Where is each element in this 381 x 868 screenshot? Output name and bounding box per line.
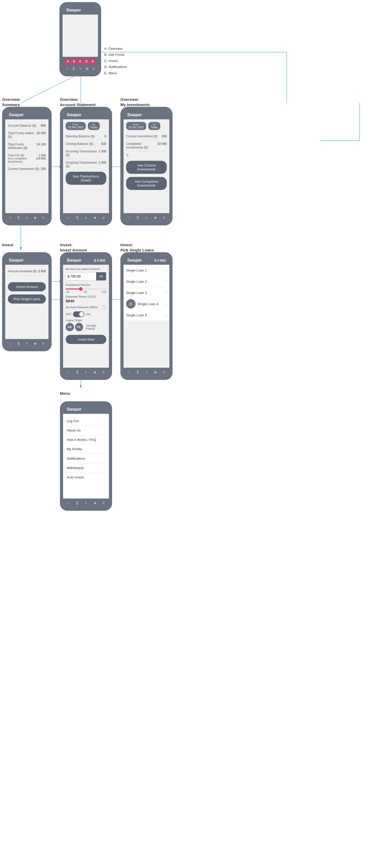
- nav-icon-1[interactable]: ○: [125, 216, 133, 220]
- nav-desc-b: B. Add Funds: [104, 52, 127, 58]
- invest-all-btn[interactable]: All: [96, 272, 106, 280]
- overview-investments-phone: Swaper From: 01 Dec 2016 To: Today Curre…: [120, 107, 172, 225]
- slider-track[interactable]: [66, 288, 106, 289]
- loan-row-1[interactable]: Single Loan 1 ›: [124, 265, 169, 276]
- invest-input-field[interactable]: [66, 273, 96, 280]
- loan-row-4[interactable]: Single Loan 4 ›: [137, 298, 167, 309]
- nav-icon-4[interactable]: ★: [91, 501, 98, 505]
- overview-summary-header: Swaper: [5, 110, 49, 119]
- menu-header: Swaper: [63, 404, 109, 414]
- nav-icon-1[interactable]: ○: [7, 216, 14, 220]
- menu-nav: ○ $ + ★ ≡: [63, 498, 109, 507]
- filter-icon[interactable]: ⊟: [126, 299, 135, 309]
- loan-row-5[interactable]: Single Loan 5 ›: [124, 310, 169, 321]
- nav-icon-1[interactable]: ○: [7, 341, 14, 346]
- menu-item-logout[interactable]: Log Out: [66, 416, 106, 426]
- nav-icon-4[interactable]: ★: [91, 370, 98, 375]
- nav-icon-1[interactable]: ○: [65, 501, 72, 505]
- nav-icon-5[interactable]: ≡: [40, 341, 47, 346]
- amount-available-row: Amount Available ($): 3 900: [8, 267, 46, 275]
- nav-icon-4[interactable]: ★: [152, 215, 159, 220]
- nav-icon-3[interactable]: +: [23, 341, 31, 346]
- nav-icon-2[interactable]: $: [15, 216, 22, 220]
- pick-loans-balance: $ 3 900: [155, 258, 166, 262]
- slider-labels: 1M 6M 36M: [66, 290, 106, 293]
- geo-text: Georgia, Poland: [86, 324, 106, 330]
- to-pill[interactable]: To: Today: [88, 122, 100, 130]
- nav-icon-5[interactable]: ≡: [100, 501, 107, 505]
- nav-icon-4[interactable]: ★: [32, 215, 39, 220]
- geo-row: GE PL Georgia, Poland: [66, 323, 106, 331]
- nav-icon-2[interactable]: $: [134, 216, 141, 220]
- nav-desc-a: A. Overview: [104, 45, 127, 52]
- overview-account-label: Overview: Account Statement: [60, 97, 96, 107]
- nav-notifications-icon[interactable]: ★: [84, 66, 90, 71]
- nav-icon-3[interactable]: +: [82, 216, 90, 220]
- nav-icon-3[interactable]: +: [143, 370, 150, 375]
- pick-loans-label: Invest: Pick Single Loans: [120, 242, 154, 252]
- investments-date-pills: From: 01 Dec 2016 To: Today: [126, 122, 167, 130]
- geo-ge-btn[interactable]: GE: [66, 323, 74, 331]
- return-label: Expected Return (12%):: [66, 295, 106, 298]
- menu-item-autoinvest[interactable]: Auto Invest: [66, 473, 106, 482]
- nav-icon-3[interactable]: +: [82, 370, 90, 375]
- inv-from-pill[interactable]: From: 01 Dec 2016: [126, 122, 146, 130]
- from-pill[interactable]: From: 01 Dec 2016: [66, 122, 86, 130]
- nav-addfunds-icon[interactable]: $: [70, 66, 77, 71]
- menu-item-withdrawal[interactable]: Withdrawal: [66, 463, 106, 473]
- nav-icon-1[interactable]: ○: [65, 370, 72, 375]
- nav-invest-icon[interactable]: +: [77, 66, 84, 71]
- menu-item-profile[interactable]: My Profile: [66, 444, 106, 454]
- nav-icon-4[interactable]: ★: [32, 341, 39, 346]
- toggle-off-label: OFF: [66, 313, 71, 316]
- nav-icon-3[interactable]: +: [82, 501, 90, 505]
- top-phone-nav: ○ $ + ★ ≡: [63, 64, 98, 73]
- invest-amount-btn[interactable]: Invest Amount: [8, 282, 46, 291]
- menu-item-about[interactable]: About Us: [66, 426, 106, 435]
- nav-icon-2[interactable]: $: [73, 501, 81, 505]
- menu-item-notifications[interactable]: Notifications: [66, 454, 106, 463]
- see-current-btn[interactable]: See Current Investments: [126, 161, 167, 174]
- invest-now-btn[interactable]: Invest Now: [66, 335, 106, 344]
- nav-icon-5[interactable]: ≡: [160, 216, 167, 220]
- nav-icon-3[interactable]: +: [23, 216, 31, 220]
- overview-investments-nav: ○ $ + ★ ≡: [124, 213, 169, 222]
- pick-single-loans-btn[interactable]: Pick Single Loans: [8, 294, 46, 304]
- menu-phone: Swaper Log Out About Us How it Works / F…: [60, 401, 112, 511]
- nav-icon-5[interactable]: ≡: [100, 216, 107, 220]
- nav-overview-icon[interactable]: ○: [64, 66, 70, 71]
- see-transactions-btn[interactable]: See Transactions Details: [66, 172, 106, 185]
- nav-icon-2[interactable]: $: [73, 216, 81, 220]
- return-value: $840: [66, 299, 106, 303]
- nav-icon-2[interactable]: $: [73, 370, 81, 375]
- current-investment-row: Current Investment ($): 200: [8, 165, 46, 173]
- nav-desc-e: E. Menu: [104, 70, 127, 76]
- nav-icon-1[interactable]: ○: [65, 216, 72, 220]
- menu-item-howit[interactable]: How it Works / FAQ: [66, 435, 106, 444]
- completed-inv-row: Completed Investments ($): 18 000: [126, 140, 167, 151]
- overview-account-nav: ○ $ + ★ ≡: [63, 213, 109, 222]
- slider-thumb[interactable]: [79, 287, 83, 291]
- nav-icon-5[interactable]: ≡: [100, 370, 107, 375]
- nav-icon-4[interactable]: ★: [152, 370, 159, 375]
- nav-icon-1[interactable]: ○: [125, 370, 133, 375]
- top-phone: Swaper A B C D E ○ $ + ★ ≡: [59, 2, 101, 76]
- nav-icon-4[interactable]: ★: [91, 215, 98, 220]
- help-icon[interactable]: ?: [102, 305, 106, 310]
- nav-menu-icon[interactable]: ≡: [90, 66, 97, 71]
- inv-to-pill[interactable]: To: Today: [148, 122, 161, 130]
- nav-icon-5[interactable]: ≡: [40, 216, 47, 220]
- nav-icon-2[interactable]: $: [134, 370, 141, 375]
- overview-investments-title: Swaper: [127, 113, 142, 117]
- toggle-switch[interactable]: [73, 311, 85, 317]
- loan-row-2[interactable]: Single Loan 2 ›: [124, 276, 169, 287]
- nav-icon-3[interactable]: +: [143, 216, 150, 220]
- loan-row-3[interactable]: Single Loan 3 ›: [124, 287, 169, 298]
- see-completed-btn[interactable]: See Completed Investments: [126, 177, 167, 190]
- nav-icon-5[interactable]: ≡: [160, 370, 167, 375]
- roi-row: Total ROI ($):(from completed investment…: [8, 152, 46, 165]
- geo-pl-btn[interactable]: PL: [75, 323, 84, 331]
- horizon-label: Investment Horizon:: [66, 283, 106, 286]
- nav-icon-2[interactable]: $: [15, 341, 22, 346]
- pick-loans-phone: Swaper $ 3 900 Single Loan 1 › Single Lo…: [120, 252, 172, 380]
